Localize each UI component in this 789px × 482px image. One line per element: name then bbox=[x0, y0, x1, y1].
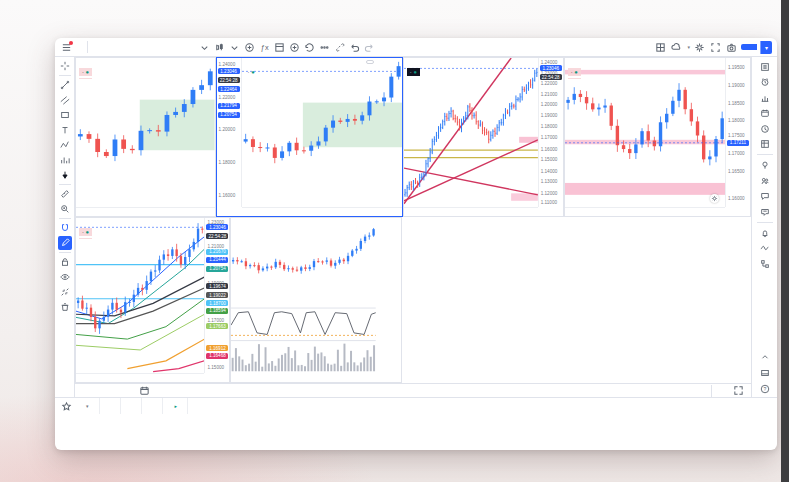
timeframe-1h[interactable] bbox=[101, 45, 105, 49]
chart-panel-4[interactable]: 1.195001.190001.185001.180001.175001.170… bbox=[564, 57, 751, 217]
fx-icon[interactable]: ƒx bbox=[258, 41, 271, 54]
tab-strategy-tester[interactable] bbox=[142, 398, 163, 414]
tab-text-notes[interactable] bbox=[100, 398, 121, 414]
price-scale[interactable]: 1.230001.210001.190001.170001.150001.230… bbox=[204, 218, 229, 373]
currency-button[interactable] bbox=[366, 60, 374, 64]
draw-icon[interactable] bbox=[58, 236, 72, 250]
price-scale[interactable]: 1.240001.220001.200001.180001.160001.230… bbox=[217, 58, 242, 207]
trendline-icon[interactable] bbox=[58, 78, 72, 92]
timeframe-9h[interactable] bbox=[141, 45, 145, 49]
camera-icon[interactable] bbox=[725, 41, 738, 54]
magnet-icon[interactable] bbox=[58, 221, 72, 235]
compare-icon[interactable] bbox=[243, 41, 256, 54]
caret-icon[interactable] bbox=[228, 41, 241, 54]
band-settings-gear-icon[interactable] bbox=[710, 194, 719, 203]
price-scale[interactable]: 1.240001.230001.220001.210001.200001.190… bbox=[538, 58, 563, 207]
trash-icon[interactable] bbox=[58, 300, 72, 314]
undo-icon[interactable] bbox=[348, 41, 361, 54]
panel-icon[interactable] bbox=[758, 366, 771, 379]
calendar-icon[interactable] bbox=[758, 107, 771, 120]
measure-icon[interactable] bbox=[58, 187, 72, 201]
data-window-icon[interactable] bbox=[758, 138, 771, 151]
chevron-up-icon[interactable] bbox=[758, 350, 771, 363]
time-axis[interactable] bbox=[404, 207, 538, 216]
timeframe-30m[interactable] bbox=[96, 45, 100, 49]
fullscreen-icon[interactable] bbox=[709, 41, 722, 54]
gear-icon[interactable] bbox=[693, 41, 706, 54]
history-icon[interactable] bbox=[758, 122, 771, 135]
template-icon[interactable] bbox=[273, 41, 286, 54]
tab-paper-trading[interactable]: ▸ bbox=[163, 398, 189, 414]
wave-icon[interactable] bbox=[758, 242, 771, 255]
timeframe-10h[interactable] bbox=[146, 45, 150, 49]
chat-icon[interactable] bbox=[758, 190, 771, 203]
chart-panel-3[interactable]: 1.240001.230001.220001.210001.200001.190… bbox=[403, 57, 564, 217]
arrow-down-icon[interactable] bbox=[58, 168, 72, 182]
publish-button[interactable] bbox=[741, 44, 757, 50]
timeframe-3h[interactable] bbox=[111, 45, 115, 49]
lock-icon[interactable] bbox=[58, 255, 72, 269]
watchlist-icon[interactable] bbox=[758, 60, 771, 73]
time-axis[interactable] bbox=[565, 207, 725, 216]
eye-icon[interactable] bbox=[58, 270, 72, 284]
timeframe-5h[interactable] bbox=[121, 45, 125, 49]
chart-panel-5[interactable]: 1.230001.210001.190001.170001.150001.230… bbox=[75, 217, 230, 383]
timeframe-8h[interactable] bbox=[136, 45, 140, 49]
tab-pine-editor[interactable] bbox=[121, 398, 142, 414]
chart-panel-6[interactable] bbox=[230, 217, 402, 383]
svg-text:?: ? bbox=[763, 385, 766, 391]
dots-icon[interactable] bbox=[318, 41, 331, 54]
text-icon[interactable] bbox=[58, 123, 72, 137]
candles-icon[interactable] bbox=[213, 41, 226, 54]
grid-layout-icon[interactable] bbox=[654, 41, 667, 54]
menu-icon[interactable] bbox=[60, 41, 73, 54]
rectangle-icon[interactable] bbox=[58, 108, 72, 122]
time-axis[interactable] bbox=[76, 373, 204, 382]
caret-icon[interactable] bbox=[198, 41, 211, 54]
people-icon[interactable] bbox=[758, 174, 771, 187]
redo-icon[interactable] bbox=[363, 41, 376, 54]
maximize-pane-icon[interactable] bbox=[732, 384, 745, 397]
timeframe-D[interactable] bbox=[161, 45, 165, 49]
layout-name-button[interactable]: ▾ bbox=[670, 41, 690, 54]
idea-bulb-icon[interactable] bbox=[758, 159, 771, 172]
timeframe-6h[interactable] bbox=[126, 45, 130, 49]
stream-icon[interactable] bbox=[758, 205, 771, 218]
link-icon[interactable] bbox=[333, 41, 346, 54]
timeframe-15m[interactable] bbox=[91, 45, 95, 49]
bell-icon[interactable] bbox=[758, 226, 771, 239]
timeframe-4h[interactable] bbox=[116, 45, 120, 49]
alert-plus-icon[interactable] bbox=[288, 41, 301, 54]
chart-panel-2[interactable]: 1.240001.220001.200001.180001.160001.230… bbox=[216, 57, 403, 217]
time-axis[interactable] bbox=[76, 207, 215, 216]
hotlist-icon[interactable] bbox=[758, 91, 771, 104]
favorites-star-icon[interactable] bbox=[58, 400, 74, 413]
zoom-in-icon[interactable] bbox=[58, 202, 72, 216]
time-axis[interactable] bbox=[242, 207, 402, 216]
price-label: 1.12000 bbox=[541, 191, 558, 196]
timeframe-3D[interactable] bbox=[171, 45, 175, 49]
timeframe-11h[interactable] bbox=[151, 45, 155, 49]
timeframe-12h[interactable] bbox=[156, 45, 160, 49]
timeframe-7h[interactable] bbox=[131, 45, 135, 49]
forecast-icon[interactable] bbox=[58, 153, 72, 167]
publish-caret-button[interactable]: ▾ bbox=[760, 41, 772, 54]
timeframe-2h[interactable] bbox=[106, 45, 110, 49]
timeframe-W[interactable] bbox=[176, 45, 180, 49]
timeframe-2D[interactable] bbox=[166, 45, 170, 49]
pattern-icon[interactable] bbox=[58, 138, 72, 152]
price-scale[interactable]: 1.195001.190001.185001.180001.175001.170… bbox=[725, 58, 750, 207]
timeframe-3M[interactable] bbox=[186, 45, 190, 49]
chart-panel-1[interactable]: · ● bbox=[75, 57, 216, 217]
channel-icon[interactable] bbox=[58, 93, 72, 107]
replay-icon[interactable] bbox=[303, 41, 316, 54]
crosshair-icon[interactable] bbox=[58, 59, 72, 73]
help-icon[interactable]: ? bbox=[758, 382, 771, 395]
timeframe-12M[interactable] bbox=[191, 45, 195, 49]
alert-clock-icon[interactable] bbox=[758, 76, 771, 89]
unlink-icon[interactable] bbox=[58, 285, 72, 299]
tab-stock-screener[interactable]: ▾ bbox=[74, 398, 100, 414]
go-to-date-icon[interactable] bbox=[138, 384, 151, 397]
object-tree-icon[interactable] bbox=[758, 257, 771, 270]
timeframe-M[interactable] bbox=[181, 45, 185, 49]
